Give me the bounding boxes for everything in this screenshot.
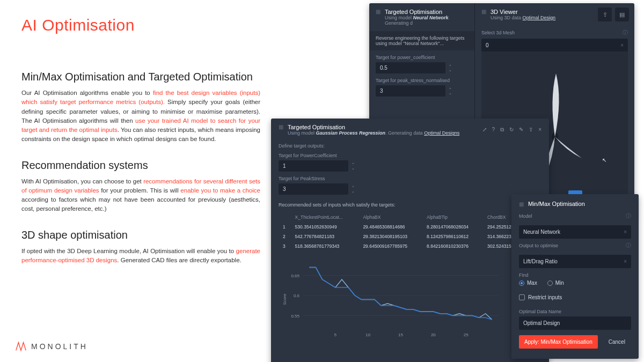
grid-icon: ▦ bbox=[279, 124, 283, 136]
table-header bbox=[280, 213, 291, 221]
table-row[interactable]: 3518.3656878177934329.6450091677859758.8… bbox=[280, 242, 540, 250]
field-label: Model bbox=[519, 213, 532, 219]
section-heading: 3D shape optimisation bbox=[21, 229, 260, 241]
svg-text:25: 25 bbox=[464, 333, 469, 337]
restrict-checkbox[interactable]: Restrict inputs bbox=[519, 294, 562, 300]
info-icon[interactable]: ⓘ bbox=[626, 242, 631, 249]
clear-icon[interactable]: × bbox=[620, 42, 624, 48]
section-3d: 3D shape optimisation If opted with the … bbox=[21, 229, 260, 265]
field-label: Output to optimise bbox=[519, 243, 558, 248]
field-label: Optimal Data Name bbox=[519, 309, 631, 314]
svg-text:Score: Score bbox=[282, 293, 287, 305]
status-text: using model "Neural Network"... bbox=[376, 41, 468, 46]
cancel-button[interactable]: Cancel bbox=[603, 335, 631, 349]
status-text: Reverse engineering the following target… bbox=[376, 35, 468, 41]
optimal-name-input[interactable] bbox=[519, 316, 631, 330]
stepper-arrows[interactable]: ⌃⌄ bbox=[449, 87, 452, 95]
clear-icon[interactable]: × bbox=[624, 229, 627, 235]
field-label: Target for PeakStress bbox=[279, 176, 541, 181]
layers-icon[interactable]: ⧉ bbox=[500, 127, 504, 133]
target-power-input[interactable] bbox=[376, 62, 445, 73]
section-body: With AI Optimisation, you can choose to … bbox=[21, 177, 260, 214]
field-label: Target for PowerCoefficient bbox=[279, 153, 541, 158]
panel-title: Targeted Optimisation bbox=[385, 9, 468, 15]
minmax-panel: ▦ Min/Max Optimisation Model ⓘ Neural Ne… bbox=[511, 194, 639, 359]
recs-table: X_ThickestPointLocat...AlphaBXAlphaBTipC… bbox=[279, 212, 541, 252]
field-label: Define target outputs: bbox=[279, 143, 541, 149]
svg-text:0.6: 0.6 bbox=[294, 293, 300, 298]
info-icon[interactable]: ⓘ bbox=[626, 212, 631, 220]
field-label: Target for power_coefficient bbox=[376, 55, 468, 60]
upload-icon[interactable]: ⇪ bbox=[529, 127, 533, 133]
upload-icon[interactable]: ⇪ bbox=[598, 8, 612, 21]
field-label: Find bbox=[519, 272, 631, 278]
chart-svg: 0.550.60.65510152025Score bbox=[279, 259, 541, 339]
grid-icon: ▦ bbox=[519, 201, 524, 207]
section-body: Our AI Optimisation algorithms enable yo… bbox=[21, 88, 260, 144]
panel-subtitle: Using model Neural Network. Generating d bbox=[385, 15, 468, 26]
grid-icon: ▦ bbox=[481, 9, 486, 14]
table-row[interactable]: 2542.77678482118329.3821304081951038.124… bbox=[280, 232, 540, 241]
target-stress-input[interactable] bbox=[279, 183, 348, 195]
recs-label: Recommended sets of inputs which satisfy… bbox=[279, 202, 541, 208]
settings-icon[interactable]: ▤ bbox=[615, 8, 629, 21]
cursor-icon: ↖ bbox=[602, 157, 606, 163]
monolith-icon bbox=[15, 341, 27, 352]
output-select[interactable]: Lift/Drag Ratio× bbox=[519, 255, 631, 268]
mesh-select[interactable]: 0× bbox=[481, 39, 628, 52]
panel-tab-handle[interactable] bbox=[568, 190, 582, 194]
radio-min[interactable]: Min bbox=[547, 280, 564, 286]
stepper-arrows[interactable]: ⌃⌄ bbox=[449, 64, 452, 72]
target-power-input[interactable] bbox=[279, 160, 348, 172]
score-chart: Current Best 0.550.60.65510152025Score bbox=[279, 259, 541, 339]
apply-button[interactable]: Apply: Min/Max Optimisation bbox=[519, 335, 598, 349]
target-stress-input[interactable] bbox=[376, 85, 445, 97]
panel-subtitle: Using model Gaussian Process Regression.… bbox=[288, 130, 459, 136]
model-select[interactable]: Neural Network× bbox=[519, 225, 631, 239]
table-row[interactable]: 1530.354105263094929.484653088146868.280… bbox=[280, 223, 540, 231]
section-heading: Min/Max Optimisation and Targeted Optimi… bbox=[21, 71, 260, 83]
radio-max[interactable]: Max bbox=[519, 280, 537, 286]
stepper-arrows[interactable]: ⌃⌄ bbox=[352, 162, 355, 170]
brand-name: MONOLITH bbox=[31, 342, 88, 351]
svg-text:5: 5 bbox=[334, 333, 337, 337]
clear-icon[interactable]: × bbox=[624, 258, 627, 264]
svg-text:0.55: 0.55 bbox=[291, 314, 299, 319]
table-header: AlphaBTip bbox=[423, 213, 483, 221]
svg-text:20: 20 bbox=[431, 333, 436, 337]
field-label: Target for peak_stress_normalised bbox=[376, 78, 468, 83]
brand-logo: MONOLITH bbox=[15, 341, 88, 352]
info-icon[interactable]: ⓘ bbox=[623, 29, 628, 36]
section-body: If opted with the 3D Deep Learning modul… bbox=[21, 247, 260, 265]
grid-icon: ▦ bbox=[376, 9, 380, 14]
stepper-arrows[interactable]: ⌃⌄ bbox=[352, 186, 355, 193]
field-label: Select 3d Mesh bbox=[481, 30, 515, 35]
panel-title: Targeted Optimisation bbox=[288, 124, 459, 130]
table-header: X_ThickestPointLocat... bbox=[292, 213, 359, 221]
panel-title: 3D Viewer bbox=[491, 9, 555, 15]
panel-subtitle: Using 3D data Optimal Design bbox=[491, 15, 555, 20]
section-heading: Recommendation systems bbox=[21, 159, 260, 172]
close-icon[interactable]: × bbox=[538, 127, 541, 133]
svg-text:0.65: 0.65 bbox=[291, 274, 299, 278]
edit-icon[interactable]: ✎ bbox=[519, 127, 523, 133]
svg-text:10: 10 bbox=[365, 333, 370, 337]
page-title: AI Optimisation bbox=[21, 16, 260, 34]
panel-title: Min/Max Optimisation bbox=[528, 201, 585, 207]
refresh-icon[interactable]: ↻ bbox=[509, 127, 514, 133]
targeted-optimisation-big: ▦ Targeted Optimisation Using model Gaus… bbox=[271, 119, 549, 362]
svg-text:15: 15 bbox=[398, 333, 403, 337]
help-icon[interactable]: ? bbox=[492, 127, 495, 133]
table-header: AlphaBX bbox=[360, 213, 422, 221]
section-recommendation: Recommendation systems With AI Optimisat… bbox=[21, 159, 260, 214]
expand-icon[interactable]: ⤢ bbox=[482, 127, 487, 133]
section-minmax: Min/Max Optimisation and Targeted Optimi… bbox=[21, 71, 260, 144]
